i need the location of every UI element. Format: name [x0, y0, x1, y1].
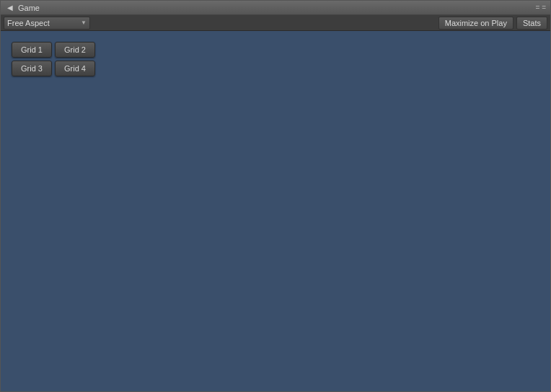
grid-1-label: Grid 1: [21, 45, 43, 54]
grid-1-button[interactable]: Grid 1: [12, 42, 52, 58]
grid-buttons-container: Grid 1 Grid 2 Grid 3 Grid 4: [12, 42, 95, 76]
chevron-down-icon: ▼: [81, 19, 87, 26]
window-title: Game: [18, 4, 536, 12]
aspect-dropdown[interactable]: Free Aspect ▼: [4, 17, 90, 30]
maximize-on-play-button[interactable]: Maximize on Play: [438, 17, 513, 30]
window-controls-text: = =: [536, 4, 546, 12]
maximize-label: Maximize on Play: [445, 19, 507, 27]
stats-button[interactable]: Stats: [516, 17, 547, 30]
window-icon: ◀: [5, 3, 15, 13]
grid-4-label: Grid 4: [64, 64, 86, 73]
title-bar: ◀ Game = =: [1, 1, 550, 15]
unity-game-window: ◀ Game = = Free Aspect ▼ Maximize on Pla…: [0, 0, 551, 392]
game-viewport: Grid 1 Grid 2 Grid 3 Grid 4: [1, 31, 550, 391]
grid-3-label: Grid 3: [21, 64, 43, 73]
grid-3-button[interactable]: Grid 3: [12, 61, 52, 76]
aspect-label: Free Aspect: [7, 19, 50, 27]
grid-2-button[interactable]: Grid 2: [55, 42, 95, 58]
grid-4-button[interactable]: Grid 4: [55, 61, 95, 76]
stats-label: Stats: [523, 19, 541, 27]
toolbar: Free Aspect ▼ Maximize on Play Stats: [1, 15, 550, 31]
title-bar-controls: = =: [536, 4, 546, 12]
grid-2-label: Grid 2: [64, 45, 86, 54]
